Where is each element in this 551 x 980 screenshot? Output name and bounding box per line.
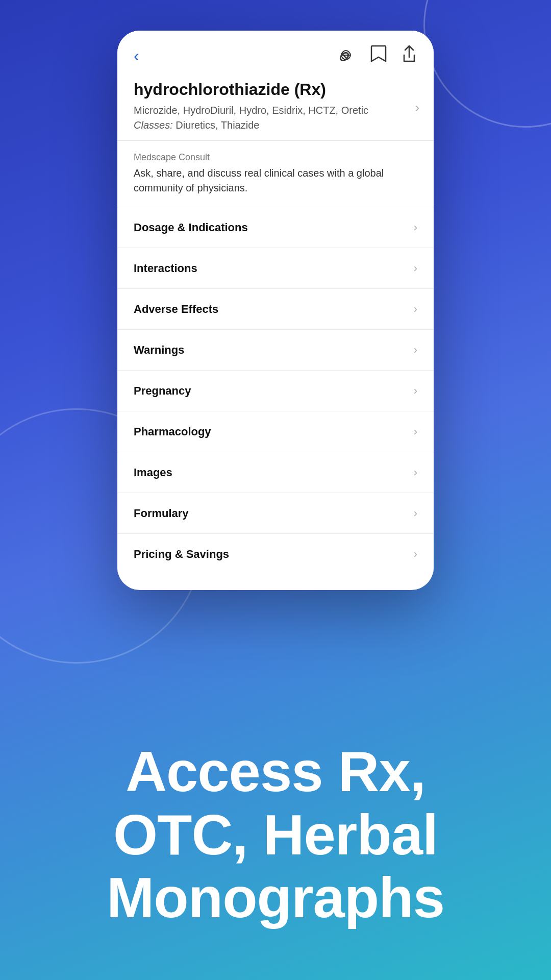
menu-item-images-chevron: › [414, 466, 417, 479]
bottom-heading-line3: Monographs [41, 866, 510, 929]
menu-item-warnings-label: Warnings [134, 344, 184, 357]
menu-list: Dosage & Indications › Interactions › Ad… [117, 207, 434, 575]
drug-aliases: Microzide, HydroDiuril, Hydro, Esidrix, … [134, 103, 417, 117]
consult-text: Ask, share, and discuss real clinical ca… [134, 166, 417, 195]
menu-item-pharmacology-label: Pharmacology [134, 425, 211, 438]
consult-label: Medscape Consult [134, 152, 417, 163]
menu-item-formulary-label: Formulary [134, 507, 189, 520]
bg-decoration-top [423, 0, 551, 128]
menu-item-pregnancy[interactable]: Pregnancy › [117, 371, 434, 411]
drug-title: hydrochlorothiazide (Rx) [134, 80, 417, 99]
back-button[interactable]: ‹ [134, 46, 139, 65]
menu-item-dosage[interactable]: Dosage & Indications › [117, 207, 434, 248]
bottom-heading-line2: OTC, Herbal [41, 803, 510, 866]
drug-header[interactable]: hydrochlorothiazide (Rx) Microzide, Hydr… [117, 75, 434, 141]
menu-item-warnings[interactable]: Warnings › [117, 330, 434, 371]
menu-item-interactions-label: Interactions [134, 262, 197, 275]
menu-item-adverse-chevron: › [414, 303, 417, 316]
menu-item-adverse[interactable]: Adverse Effects › [117, 289, 434, 330]
menu-item-formulary[interactable]: Formulary › [117, 493, 434, 534]
menu-item-pricing[interactable]: Pricing & Savings › [117, 534, 434, 575]
bookmark-icon[interactable] [370, 45, 387, 67]
menu-item-interactions-chevron: › [414, 262, 417, 275]
phone-topbar: ‹ [117, 31, 434, 75]
drug-header-chevron: › [415, 101, 419, 115]
menu-item-adverse-label: Adverse Effects [134, 303, 218, 316]
menu-item-images[interactable]: Images › [117, 452, 434, 493]
drug-icon[interactable] [338, 45, 356, 67]
classes-value: Diuretics, Thiazide [176, 119, 259, 131]
bottom-heading-line1: Access Rx, [41, 740, 510, 803]
menu-item-pharmacology[interactable]: Pharmacology › [117, 411, 434, 452]
menu-item-pricing-chevron: › [414, 548, 417, 561]
menu-item-interactions[interactable]: Interactions › [117, 248, 434, 289]
drug-classes: Classes: Diuretics, Thiazide [134, 119, 417, 131]
phone-mockup: ‹ [117, 31, 434, 590]
menu-item-dosage-chevron: › [414, 221, 417, 234]
menu-item-pregnancy-label: Pregnancy [134, 384, 191, 398]
menu-item-pharmacology-chevron: › [414, 425, 417, 438]
menu-item-pregnancy-chevron: › [414, 384, 417, 398]
menu-item-formulary-chevron: › [414, 507, 417, 520]
consult-section: Medscape Consult Ask, share, and discuss… [117, 141, 434, 207]
topbar-icons [338, 45, 417, 67]
menu-item-dosage-label: Dosage & Indications [134, 221, 248, 234]
menu-item-warnings-chevron: › [414, 344, 417, 357]
menu-item-pricing-label: Pricing & Savings [134, 548, 229, 561]
bottom-marketing-text: Access Rx, OTC, Herbal Monographs [0, 740, 551, 929]
menu-item-images-label: Images [134, 466, 172, 479]
classes-label: Classes: [134, 119, 173, 131]
share-icon[interactable] [401, 45, 417, 67]
